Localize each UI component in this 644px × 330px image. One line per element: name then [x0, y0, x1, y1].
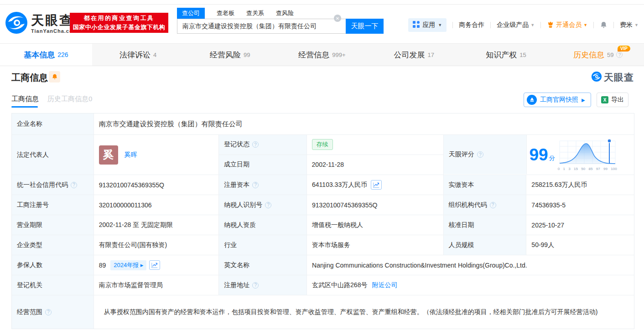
clear-search-icon[interactable]: ✕: [334, 15, 341, 22]
tab-legal-proceedings[interactable]: 法律诉讼 4: [92, 44, 184, 66]
help-icon[interactable]: ?: [265, 202, 271, 208]
field-label-staff-size: 人员规模: [444, 235, 527, 255]
field-label-score: 天眼评分 ?: [444, 135, 527, 174]
watermark-text: 天眼查: [604, 71, 634, 84]
field-label-paid-capital: 实缴资本: [444, 175, 527, 195]
tab-count: 226: [57, 51, 68, 58]
official-snapshot-button[interactable]: 工商官网快照 ▶: [524, 93, 591, 107]
excel-icon: X: [601, 96, 608, 103]
tab-history-info[interactable]: VIP 历史信息 59 ?: [552, 44, 644, 66]
nav-open-membership[interactable]: 开通会员 ▼: [547, 21, 587, 30]
table-row: 工商注册号 320100000011306 纳税人识别号 ? 913201007…: [12, 195, 634, 215]
table-row: 登记机关 南京市市场监督管理局 注册地址 ? 玄武区中山路268号 附近公司: [12, 275, 634, 295]
divider: [593, 22, 594, 28]
field-value-reg-authority: 南京市市场监督管理局: [94, 275, 219, 295]
label-text: 统一社会信用代码: [17, 181, 68, 189]
field-label-insured-count: 参保人数: [12, 255, 94, 275]
field-value-english-name: Nanjing Communications Construction&Inve…: [307, 255, 634, 275]
label-text: 纳税人识别号: [224, 201, 262, 209]
tab-operating-info[interactable]: 经营信息 999+: [276, 44, 368, 66]
search-button[interactable]: 天眼一下: [346, 19, 384, 34]
monitor-bell-icon[interactable]: [49, 71, 60, 82]
help-icon[interactable]: ?: [616, 52, 623, 58]
field-label-industry: 行业: [219, 235, 307, 255]
field-label-reg-status: 登记状态 ?: [219, 135, 307, 155]
search-input[interactable]: [177, 19, 346, 34]
field-label-company-type: 企业类型: [12, 235, 94, 255]
field-value-staff-size: 50-99人: [526, 235, 634, 255]
top-strip: [0, 0, 644, 5]
tab-basic-info[interactable]: 基本信息 226: [0, 44, 92, 66]
field-label-business-term: 营业期限: [12, 215, 94, 235]
field-value-reg-address: 玄武区中山路268号 附近公司: [307, 275, 634, 295]
field-label-reg-authority: 登记机关: [12, 275, 94, 295]
field-value-paid-capital: 258215.63万人民币: [526, 175, 634, 195]
tab-intellectual-property[interactable]: 知识产权 15: [460, 44, 552, 66]
field-label-reg-address: 注册地址 ?: [219, 275, 307, 295]
trend-chart-icon[interactable]: [371, 180, 382, 190]
username: 费米: [620, 21, 633, 29]
table-row: 统一社会信用代码 ? 91320100745369355Q 注册资本 ? 641…: [12, 175, 634, 195]
field-label-taxpayer-quality: 纳税人资质: [219, 215, 307, 235]
tab-company-development[interactable]: 公司发展 17: [368, 44, 460, 66]
nav-cooperation[interactable]: 商务合作: [459, 21, 484, 29]
tianyancha-logo[interactable]: 天眼查 TianYanCha.com: [5, 11, 78, 36]
tab-operating-risk[interactable]: 经营风险 99: [184, 44, 276, 66]
field-value-taxpayer-id: 91320100745369355Q: [307, 195, 444, 215]
member-crown-icon: [547, 21, 554, 30]
nav-user-account[interactable]: 费米 ▼: [620, 21, 639, 29]
help-icon[interactable]: ?: [477, 151, 483, 158]
trend-chart-icon[interactable]: [149, 260, 160, 270]
nav-enterprise-products[interactable]: 企业级产品 ▼: [497, 21, 535, 29]
tab-label: 公司发展: [394, 50, 425, 60]
active-subtab-underline: [11, 106, 38, 108]
divider: [540, 22, 541, 28]
label-text: 注册地址: [224, 281, 249, 289]
score-curve-chart: 0131550859799100: [558, 138, 617, 171]
table-row: 经营范围 ? 从事授权范围内国有资产的经营和资本运作，包括项目投资和管理、资产收…: [12, 295, 634, 329]
export-button[interactable]: X 导出: [597, 93, 628, 107]
field-label-reg-capital: 注册资本 ?: [219, 175, 307, 195]
section-watermark-logo: 天眼查: [591, 71, 634, 84]
notification-bell-icon[interactable]: [600, 21, 608, 29]
search-tab-boss[interactable]: 查老板: [217, 9, 234, 17]
search-tab-risk[interactable]: 查风险: [276, 9, 294, 17]
tab-count: 15: [519, 52, 526, 58]
apps-grid-icon: [413, 21, 420, 29]
field-value-business-term: 2002-11-28 至 无固定期限: [94, 215, 219, 235]
annual-report-badge[interactable]: 2024年报 ▸: [110, 260, 146, 270]
nav-apps[interactable]: 应用 ▼: [408, 18, 447, 32]
nearby-companies-link[interactable]: 附近公司: [372, 281, 397, 289]
search-tabs: 查公司 查老板 查关系 查风险: [177, 8, 384, 18]
chevron-down-icon: ▼: [530, 23, 535, 27]
field-value-reg-status: 存续: [307, 135, 443, 155]
tab-count: 4: [153, 52, 156, 58]
help-icon[interactable]: ?: [252, 282, 259, 289]
subtab-history-business-info[interactable]: 历史工商信息0: [47, 95, 92, 103]
tianyancha-eye-icon: [591, 71, 602, 84]
field-value-reg-capital: 641103.33万人民币: [307, 175, 444, 195]
chevron-down-icon: ▼: [438, 23, 442, 27]
subtab-business-info[interactable]: 工商信息: [11, 95, 39, 103]
tab-label: 基本信息: [24, 50, 55, 60]
search-tab-relation[interactable]: 查关系: [246, 9, 264, 17]
field-value-industry: 资本市场服务: [307, 235, 444, 255]
field-label-establish-date: 成立日期: [219, 155, 307, 175]
help-icon[interactable]: ?: [45, 309, 52, 315]
stamp-icon: [527, 95, 537, 105]
help-icon[interactable]: ?: [490, 202, 496, 208]
field-value-company-type: 有限责任公司(国有独资): [94, 235, 219, 255]
legal-rep-name-link[interactable]: 奚晖: [125, 151, 137, 159]
field-value-legal-rep: 奚 奚晖: [94, 135, 219, 175]
help-icon[interactable]: ?: [252, 182, 259, 188]
search-tab-company[interactable]: 查公司: [177, 8, 205, 19]
help-icon[interactable]: ?: [71, 182, 77, 188]
legal-rep-avatar[interactable]: 奚: [99, 145, 118, 165]
slogan-line2: 国家中小企业发展子基金旗下机构: [73, 23, 166, 32]
help-icon[interactable]: ?: [252, 141, 259, 148]
label-text: 注册资本: [224, 181, 249, 189]
tab-label: 历史信息: [573, 50, 604, 60]
company-profile-page: 天眼查 TianYanCha.com 都在用的商业查询工具 国家中小企业发展子基…: [0, 0, 644, 330]
section-title: 工商信息: [11, 72, 48, 84]
divider: [613, 22, 614, 28]
